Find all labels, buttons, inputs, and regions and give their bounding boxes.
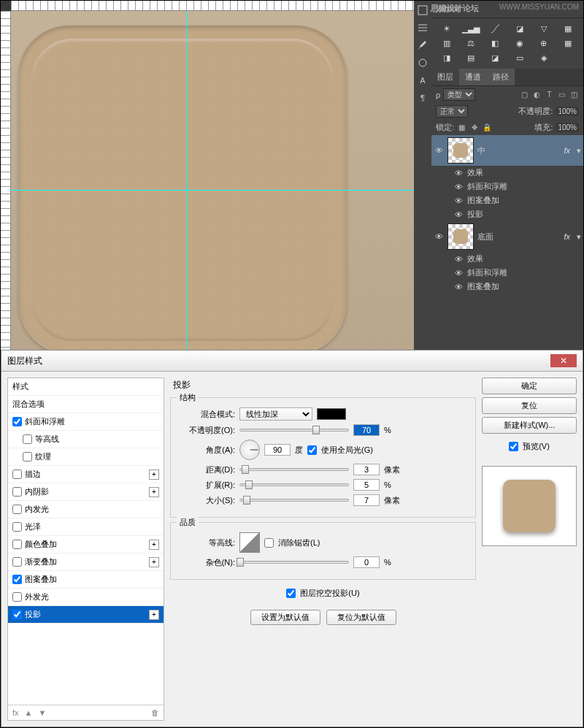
opacity-slider[interactable]	[239, 429, 349, 432]
layer-name[interactable]: 中	[477, 145, 560, 156]
style-item[interactable]: 内阴影+	[8, 483, 164, 501]
lock-all-icon[interactable]: 🔒	[482, 123, 491, 132]
style-item[interactable]: 描边+	[8, 466, 164, 483]
style-checkbox[interactable]	[12, 487, 22, 497]
fx-badge[interactable]: fx	[564, 146, 573, 155]
opacity-value[interactable]: 100%	[556, 107, 579, 116]
style-item[interactable]: 渐变叠加+	[8, 553, 164, 571]
opacity-input[interactable]: 70	[353, 424, 380, 436]
layer-row[interactable]: 👁 中 fx ▾	[431, 135, 583, 166]
style-checkbox[interactable]	[12, 610, 22, 619]
style-item[interactable]: 内发光	[8, 501, 164, 518]
blend-mode-select[interactable]: 线性加深	[239, 407, 312, 421]
filter-shape-icon[interactable]: ▭	[557, 90, 566, 99]
bw-icon[interactable]: ◧	[484, 37, 506, 50]
close-button[interactable]: ✕	[550, 354, 577, 367]
lock-position-icon[interactable]: ✥	[469, 123, 479, 132]
style-checkbox[interactable]	[12, 522, 22, 532]
ruler-vertical[interactable]	[1, 11, 11, 350]
noise-slider[interactable]	[239, 561, 349, 564]
make-default-button[interactable]: 设置为默认值	[250, 610, 320, 625]
global-light-checkbox[interactable]	[307, 445, 317, 455]
style-checkbox[interactable]	[12, 575, 22, 584]
visibility-icon[interactable]: 👁	[434, 146, 444, 155]
cancel-button[interactable]: 复位	[482, 397, 577, 414]
filter-smart-icon[interactable]: ◫	[569, 90, 579, 99]
add-effect-icon[interactable]: +	[149, 540, 159, 550]
posterize-icon[interactable]: ▤	[460, 52, 482, 64]
filter-type-icon[interactable]: T	[545, 90, 554, 99]
new-style-button[interactable]: 新建样式(W)...	[482, 417, 577, 434]
panel-icon[interactable]	[416, 21, 429, 34]
brightness-icon[interactable]: ☀	[436, 23, 458, 35]
style-item[interactable]: 纹理	[8, 448, 164, 466]
down-icon[interactable]: ▼	[38, 708, 46, 717]
style-item[interactable]: 图案叠加	[8, 571, 164, 589]
ruler-horizontal[interactable]	[11, 1, 414, 11]
fx-icon[interactable]: fx	[12, 708, 19, 717]
panel-icon[interactable]	[416, 56, 429, 69]
add-effect-icon[interactable]: +	[149, 610, 159, 620]
spread-input[interactable]: 5	[353, 479, 380, 491]
layer-name[interactable]: 底面	[477, 231, 560, 242]
visibility-icon[interactable]: 👁	[434, 232, 444, 241]
type-icon[interactable]: A	[416, 74, 429, 87]
collapse-icon[interactable]: ▾	[577, 146, 581, 156]
document-canvas[interactable]	[11, 11, 414, 350]
reset-default-button[interactable]: 复位为默认值	[326, 610, 396, 625]
effect-item[interactable]: 👁斜面和浮雕	[431, 180, 583, 194]
gradient-map-icon[interactable]: ▭	[508, 52, 530, 64]
fx-badge[interactable]: fx	[564, 232, 573, 241]
hue-icon[interactable]: ▥	[436, 37, 458, 50]
style-item[interactable]: 斜面和浮雕	[8, 413, 164, 431]
tab-paths[interactable]: 路径	[487, 69, 515, 85]
invert-icon[interactable]: ◨	[436, 52, 458, 64]
effect-item[interactable]: 👁斜面和浮雕	[431, 266, 583, 280]
tab-layers[interactable]: 图层	[431, 69, 459, 85]
antialias-checkbox[interactable]	[264, 538, 274, 548]
filter-image-icon[interactable]: ▢	[520, 90, 529, 99]
effect-item[interactable]: 👁投影	[431, 207, 583, 221]
mixer-icon[interactable]: ⊕	[533, 37, 555, 50]
collapse-icon[interactable]: ▾	[577, 232, 581, 242]
angle-input[interactable]: 90	[264, 444, 291, 456]
blend-mode-select[interactable]: 正常	[436, 105, 468, 118]
style-checkbox[interactable]	[12, 470, 22, 479]
dialog-titlebar[interactable]: 图层样式 ✕	[1, 350, 583, 372]
style-item[interactable]: 投影+	[8, 606, 164, 624]
style-checkbox[interactable]	[23, 452, 32, 461]
style-checkbox[interactable]	[12, 592, 22, 602]
style-item[interactable]: 外发光	[8, 589, 164, 606]
style-checkbox[interactable]	[12, 557, 22, 567]
up-icon[interactable]: ▲	[25, 708, 33, 717]
tab-channels[interactable]: 通道	[459, 69, 487, 85]
spread-slider[interactable]	[239, 483, 349, 486]
balance-icon[interactable]: ⚖	[460, 37, 482, 50]
ok-button[interactable]: 确定	[482, 378, 577, 394]
trash-icon[interactable]: 🗑	[151, 708, 159, 717]
paragraph-icon[interactable]: ¶	[416, 91, 429, 104]
guide-horizontal[interactable]	[11, 190, 414, 191]
layer-row[interactable]: 👁 底面 fx ▾	[431, 221, 583, 252]
style-item[interactable]: 光泽	[8, 518, 164, 536]
add-effect-icon[interactable]: +	[149, 487, 159, 497]
preview-checkbox[interactable]	[509, 442, 518, 451]
filter-kind-select[interactable]: 类型	[443, 88, 475, 101]
style-item[interactable]: 等高线	[8, 431, 164, 448]
effects-header[interactable]: 👁效果	[431, 166, 583, 180]
lookup-icon[interactable]: ▦	[557, 37, 579, 50]
style-checkbox[interactable]	[12, 417, 22, 426]
photo-filter-icon[interactable]: ◉	[508, 37, 530, 50]
style-checkbox[interactable]	[12, 505, 22, 514]
curves-icon[interactable]	[484, 23, 506, 35]
panel-icon[interactable]	[416, 4, 429, 17]
selective-icon[interactable]: ◈	[533, 52, 555, 64]
style-item[interactable]: 颜色叠加+	[8, 536, 164, 553]
adj-icon[interactable]: ▦	[557, 23, 579, 35]
distance-slider[interactable]	[239, 468, 349, 471]
vibrance-icon[interactable]: ▽	[533, 23, 555, 35]
threshold-icon[interactable]: ◪	[484, 52, 506, 64]
layer-thumbnail[interactable]	[447, 137, 474, 164]
exposure-icon[interactable]: ◪	[508, 23, 530, 35]
effect-item[interactable]: 👁图案叠加	[431, 280, 583, 294]
